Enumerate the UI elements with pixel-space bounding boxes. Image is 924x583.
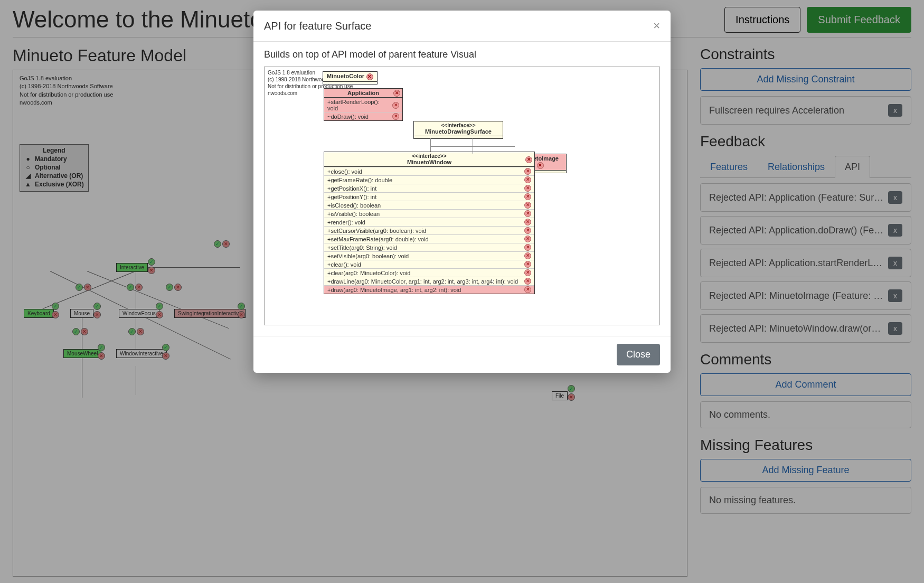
close-icon[interactable]: × (653, 19, 660, 33)
modal-overlay[interactable]: API for feature Surface × Builds on top … (0, 0, 924, 583)
modal-description: Builds on top of API model of parent fea… (264, 49, 660, 60)
uml-class-minuetocolor[interactable]: MinuetoColor✕ (323, 71, 378, 84)
uml-class-application[interactable]: Application✕ +startRenderLoop(): void✕~d… (324, 88, 403, 121)
uml-class-drawingsurface[interactable]: <<interface>> MinuetoDrawingSurface (413, 121, 503, 139)
uml-class-minuetowindow[interactable]: <<interface>> MinuetoWindow ✕ +close(): … (324, 152, 535, 294)
modal-title: API for feature Surface (264, 20, 371, 32)
api-modal: API for feature Surface × Builds on top … (253, 11, 671, 373)
close-button[interactable]: Close (617, 344, 660, 365)
uml-canvas[interactable]: GoJS 1.8 evaluation (c) 1998-2018 Northw… (264, 67, 660, 325)
